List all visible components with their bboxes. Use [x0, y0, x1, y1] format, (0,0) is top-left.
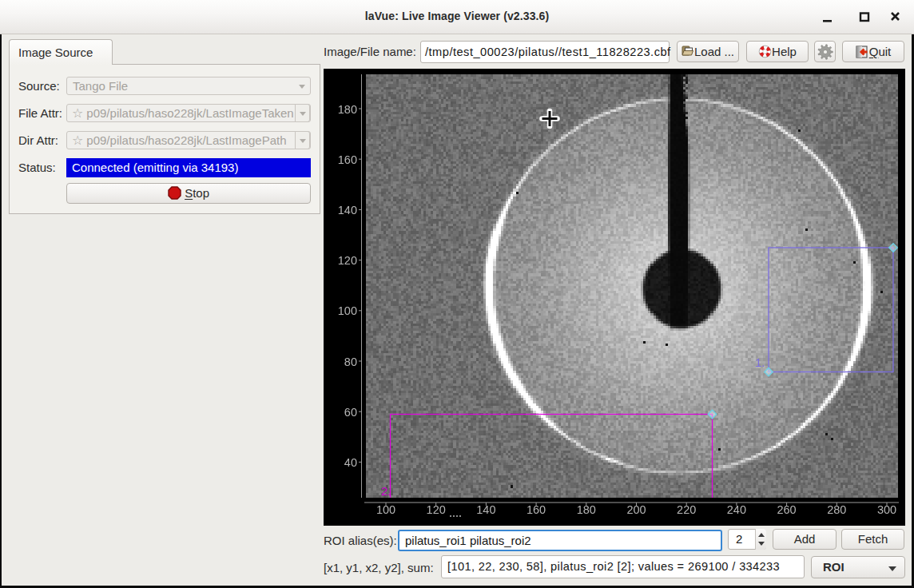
svg-text:100: 100 [376, 503, 395, 516]
svg-text:40: 40 [344, 456, 357, 469]
svg-text:80: 80 [344, 356, 357, 368]
svg-text:1.: 1. [755, 356, 765, 369]
svg-text:100: 100 [338, 304, 357, 317]
svg-text:200: 200 [626, 503, 646, 516]
svg-text:2.: 2. [381, 484, 391, 498]
svg-text:180: 180 [338, 103, 357, 116]
svg-text:180: 180 [577, 503, 596, 516]
svg-text:140: 140 [338, 204, 357, 217]
svg-text:240: 240 [727, 503, 746, 516]
svg-text:300: 300 [877, 503, 896, 516]
svg-text:260: 260 [777, 503, 796, 516]
svg-text:140: 140 [476, 503, 495, 516]
svg-text:160: 160 [338, 153, 357, 166]
svg-text:280: 280 [827, 503, 846, 516]
svg-text:60: 60 [344, 406, 357, 419]
svg-text:160: 160 [527, 503, 546, 516]
svg-text:120: 120 [338, 254, 357, 267]
svg-text:220: 220 [677, 503, 696, 516]
svg-text:120: 120 [427, 503, 446, 516]
